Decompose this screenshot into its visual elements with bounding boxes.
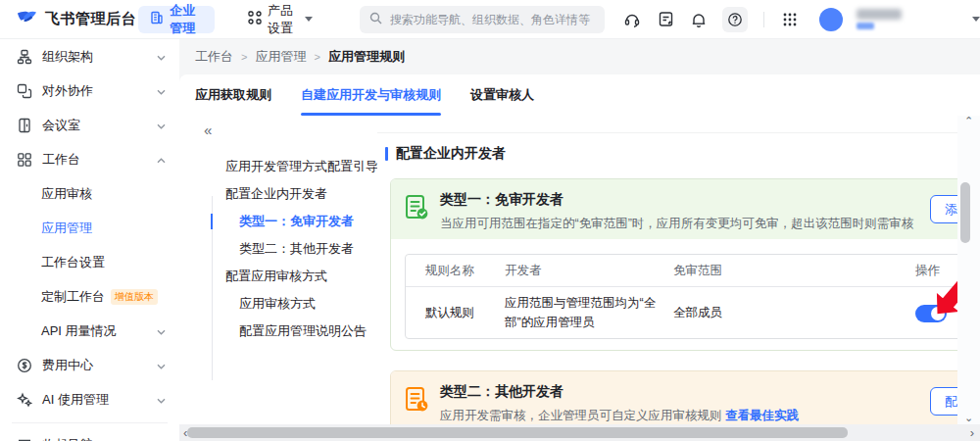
scope-cell: 全部成员 [673, 305, 915, 321]
tab-self-built-app-rules[interactable]: 自建应用开发与审核规则 [301, 86, 441, 116]
subnav-item-type-one[interactable]: 类型一：免审开发者 [212, 208, 378, 235]
divider [377, 132, 980, 133]
col-exempt-scope: 免审范围 [673, 263, 915, 279]
search-icon [369, 11, 382, 28]
breadcrumb-item[interactable]: 工作台 [195, 48, 233, 66]
subnav-item-review-method-config[interactable]: 配置应用审核方式 [212, 263, 378, 290]
topbar-icons [622, 7, 980, 32]
top-bar: 飞书管理后台 企业管理 产品设置 [0, 0, 980, 39]
brand-title: 飞书管理后台 [45, 10, 136, 28]
help-icon[interactable] [722, 7, 748, 32]
user-menu-caret-icon[interactable] [972, 17, 980, 22]
chevron-down-icon [305, 17, 313, 22]
horizontal-scrollbar[interactable]: ‹ › [179, 424, 980, 441]
scroll-down-icon[interactable]: ⌄ [964, 413, 973, 422]
global-search[interactable] [360, 6, 605, 33]
search-input[interactable] [390, 13, 595, 26]
sidebar-item-api-usage[interactable]: API 用量情况 [0, 314, 179, 348]
type-two-description: 应用开发需审核，企业管理员可自定义应用审核规则 查看最佳实践 [440, 408, 980, 424]
rule-name-cell: 默认规则 [425, 305, 505, 321]
headset-support-icon[interactable] [622, 10, 642, 29]
chevron-down-icon [157, 323, 166, 338]
subnav-item-review-method[interactable]: 应用审核方式 [212, 290, 378, 318]
nav-enterprise-admin[interactable]: 企业管理 [138, 6, 215, 33]
sidebar-item-org-structure[interactable]: 组织架构 [0, 39, 179, 74]
type-one-header: 类型一：免审开发者 当应用可用范围在指定的“免审范围”时，应用所有变更均可免审，… [391, 179, 980, 239]
nav-product-settings[interactable]: 产品设置 [236, 6, 324, 33]
tab-app-acquisition-rules[interactable]: 应用获取规则 [195, 86, 271, 116]
vertical-scrollbar[interactable]: ⌃ ⌄ [957, 116, 980, 426]
chevron-down-icon [157, 118, 166, 132]
ai-sparkle-icon [16, 391, 32, 408]
main-panel: 配置企业内开发者 类型一：免审开发者 当应用可用范围在指定的“免审范围”时，应用… [377, 116, 980, 441]
breadcrumb-current: 应用管理规则 [328, 48, 405, 66]
sidebar-item-workbench[interactable]: 工作台 [0, 142, 179, 176]
meeting-room-icon [16, 117, 32, 133]
section-title: 配置企业内开发者 [385, 145, 506, 163]
type-one-title: 类型一：免审开发者 [440, 191, 980, 209]
collapse-nav-button[interactable]: 收起导航 [0, 427, 179, 441]
product-settings-icon [248, 11, 262, 27]
breadcrumb-item[interactable]: 应用管理 [255, 48, 306, 66]
sidebar-item-meeting-room[interactable]: 会议室 [0, 108, 179, 142]
brand: 飞书管理后台 [0, 8, 138, 31]
best-practice-link[interactable]: 查看最佳实践 [725, 409, 799, 422]
user-avatar[interactable] [819, 8, 843, 31]
premium-badge: 增值版本 [111, 289, 158, 305]
apps-grid-icon[interactable] [780, 10, 800, 29]
external-collab-icon [16, 82, 32, 99]
divider [763, 12, 764, 27]
dollar-circle-icon [16, 357, 32, 373]
workbench-grid-icon [16, 151, 32, 168]
admin-console: 飞书管理后台 企业管理 产品设置 [0, 0, 980, 441]
sidebar-item-billing-center[interactable]: 费用中心 [0, 348, 179, 382]
horizontal-scroll-thumb[interactable] [187, 427, 848, 438]
user-name-redacted [857, 9, 902, 29]
sidebar-item-external-collab[interactable]: 对外协作 [0, 74, 179, 108]
nav-product-label: 产品设置 [268, 2, 297, 37]
notification-bell-icon[interactable] [689, 10, 709, 29]
rules-subnav: « 应用开发管理方式配置引导 配置企业内开发者 类型一：免审开发者 类型二：其他… [179, 116, 377, 441]
sidebar-item-app-management[interactable]: 应用管理 [0, 211, 179, 245]
building-icon [150, 11, 164, 27]
org-structure-icon [16, 48, 32, 65]
feedback-clipboard-icon[interactable] [656, 10, 675, 29]
collapse-panel-icon[interactable]: « [204, 122, 212, 138]
subnav-item-type-two[interactable]: 类型二：其他开发者 [212, 235, 378, 263]
scroll-up-icon[interactable]: ⌃ [964, 116, 973, 125]
tab-set-reviewers[interactable]: 设置审核人 [470, 86, 534, 116]
approved-doc-icon [404, 194, 429, 225]
type-one-card: 类型一：免审开发者 当应用可用范围在指定的“免审范围”时，应用所有变更均可免审，… [390, 178, 980, 351]
chevron-down-icon [157, 358, 166, 372]
breadcrumb-separator: > [314, 51, 319, 63]
vertical-scroll-thumb[interactable] [960, 182, 970, 243]
col-developer: 开发者 [505, 263, 673, 279]
type-one-description: 当应用可用范围在指定的“免审范围”时，应用所有变更均可免审，超出该范围时则需审核 [440, 216, 980, 232]
table-row: 默认规则 应用范围与管理范围均为“全部”的应用管理员 全部成员 [406, 287, 980, 339]
table-header-row: 规则名称 开发者 免审范围 操作 [406, 255, 980, 287]
divider [12, 422, 168, 423]
feishu-logo-icon [16, 8, 37, 31]
breadcrumb-separator: > [241, 51, 247, 63]
developer-cell: 应用范围与管理范围均为“全部”的应用管理员 [505, 294, 669, 332]
sidebar-item-app-review[interactable]: 应用审核 [0, 176, 179, 211]
type-two-title: 类型二：其他开发者 [440, 383, 980, 401]
col-rule-name: 规则名称 [425, 263, 505, 279]
sidebar-item-workbench-settings[interactable]: 工作台设置 [0, 245, 179, 279]
scroll-right-icon[interactable]: › [966, 425, 978, 440]
left-sidebar: 组织架构 对外协作 会议室 工作台 应用审核 应用管理 工作台设置 定制工作台 [0, 39, 179, 441]
rules-table: 规则名称 开发者 免审范围 操作 默认规则 应用范围与管理范围均为“全部”的应用… [405, 254, 980, 339]
pending-doc-icon [404, 386, 429, 417]
subnav-item-config-guide[interactable]: 应用开发管理方式配置引导 [212, 153, 378, 180]
chevron-up-icon [157, 152, 166, 167]
chevron-down-icon [157, 392, 166, 407]
sidebar-item-custom-workbench[interactable]: 定制工作台 增值版本 [0, 279, 179, 314]
chevron-down-icon [157, 49, 166, 64]
chevron-down-icon [157, 83, 166, 98]
subnav-item-announcement-config[interactable]: 配置应用管理说明公告 [212, 318, 378, 345]
sidebar-item-ai-management[interactable]: AI 使用管理 [0, 382, 179, 416]
collapse-nav-icon [16, 436, 32, 441]
subnav-item-internal-developers[interactable]: 配置企业内开发者 [212, 180, 378, 208]
breadcrumb: 工作台 > 应用管理 > 应用管理规则 [195, 48, 405, 66]
type-two-header: 类型二：其他开发者 应用开发需审核，企业管理员可自定义应用审核规则 查看最佳实践… [391, 371, 980, 431]
